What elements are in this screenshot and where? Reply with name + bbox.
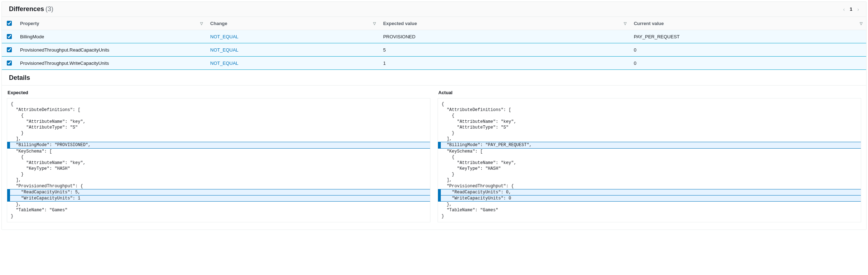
sort-icon: ▽ [624,21,627,25]
col-property[interactable]: Property ▽ [16,17,207,30]
code-line: { [438,101,861,107]
differences-header: Differences (3) ‹ 1 › [2,2,866,17]
row-checkbox[interactable] [7,61,12,66]
highlight-bar [7,196,10,201]
code-text: "WriteCapacityUnits": 0 [441,196,861,201]
code-line: { [438,113,861,119]
highlight-bar [438,189,441,195]
cell-property: BillingMode [16,30,207,43]
code-line: "AttributeName": "key", [7,119,430,125]
actual-code: { "AttributeDefinitions": [ { "Attribute… [438,98,861,222]
code-line-highlight: "ReadCapacityUnits": 0, [438,189,861,196]
cell-change[interactable]: NOT_EQUAL [207,43,380,57]
code-line: { [7,154,430,160]
col-expected-label: Expected value [383,21,417,26]
col-change-label: Change [210,21,227,26]
sort-icon: ▽ [373,21,376,25]
code-line: "AttributeType": "S" [7,125,430,130]
code-line: "KeySchema": [ [7,149,430,154]
select-all-checkbox[interactable] [7,21,12,26]
code-line: "KeyType": "HASH" [7,166,430,172]
differences-title: Differences [9,5,44,13]
code-line-highlight: "WriteCapacityUnits": 1 [7,196,430,202]
expected-panel: Expected { "AttributeDefinitions": [ { "… [7,90,430,222]
details-panels: Expected { "AttributeDefinitions": [ { "… [2,86,866,230]
highlight-bar [7,189,10,195]
code-line: "TableName": "Games" [7,207,430,213]
col-current[interactable]: Current value ▽ [630,17,866,30]
col-change[interactable]: Change ▽ [207,17,380,30]
cell-current: PAY_PER_REQUEST [630,30,866,43]
code-line: "AttributeType": "S" [438,125,861,130]
col-expected[interactable]: Expected value ▽ [380,17,630,30]
code-line: } [438,172,861,177]
table-row[interactable]: ProvisionedThroughput.ReadCapacityUnitsN… [2,43,866,57]
code-line: "AttributeDefinitions": [ [438,107,861,113]
cell-expected: 5 [380,43,630,57]
code-line: "KeyType": "HASH" [438,166,861,172]
row-checkbox[interactable] [7,47,12,52]
code-line: "AttributeName": "key", [438,160,861,166]
highlight-bar [438,142,441,148]
code-line-highlight: "WriteCapacityUnits": 0 [438,196,861,202]
code-line: ], [7,177,430,183]
col-property-label: Property [20,21,39,26]
actual-panel: Actual { "AttributeDefinitions": [ { "At… [438,90,861,222]
differences-container: Differences (3) ‹ 1 › Property ▽ Change … [1,1,867,230]
code-line: { [7,101,430,107]
code-line-highlight: "BillingMode": "PROVISIONED", [7,142,430,148]
details-title: Details [2,70,866,86]
cell-property: ProvisionedThroughput.ReadCapacityUnits [16,43,207,57]
code-line: { [438,154,861,160]
cell-current: 0 [630,43,866,57]
differences-title-wrap: Differences (3) [9,5,53,13]
code-text: "BillingMode": "PROVISIONED", [10,142,430,148]
code-line: "AttributeDefinitions": [ [7,107,430,113]
code-line: "AttributeName": "key", [7,160,430,166]
col-select [2,17,16,30]
cell-expected: 1 [380,57,630,70]
code-line-highlight: "BillingMode": "PAY_PER_REQUEST", [438,142,861,148]
pager-prev-icon[interactable]: ‹ [843,6,845,12]
code-text: "ReadCapacityUnits": 0, [441,189,861,195]
code-line: "ProvisionedThroughput": { [438,183,861,189]
code-line: "ProvisionedThroughput": { [7,183,430,189]
code-line: "KeySchema": [ [438,149,861,154]
cell-change[interactable]: NOT_EQUAL [207,57,380,70]
code-line: }, [438,202,861,207]
expected-label: Expected [7,90,430,95]
code-line: ], [438,136,861,142]
pager-next-icon[interactable]: › [857,6,859,12]
code-line: "AttributeName": "key", [438,119,861,125]
highlight-bar [7,142,10,148]
differences-table: Property ▽ Change ▽ Expected value ▽ Cur… [2,17,866,70]
code-line: "TableName": "Games" [438,207,861,213]
actual-label: Actual [438,90,861,95]
code-text: "BillingMode": "PAY_PER_REQUEST", [441,142,861,148]
differences-count: (3) [45,5,53,13]
table-row[interactable]: BillingModeNOT_EQUALPROVISIONEDPAY_PER_R… [2,30,866,43]
code-line: } [438,130,861,136]
code-line: ], [438,177,861,183]
code-text: "WriteCapacityUnits": 1 [10,196,430,201]
cell-change[interactable]: NOT_EQUAL [207,30,380,43]
code-text: "ReadCapacityUnits": 5, [10,189,430,195]
table-row[interactable]: ProvisionedThroughput.WriteCapacityUnits… [2,57,866,70]
col-current-label: Current value [634,21,664,26]
sort-icon: ▽ [860,21,863,25]
code-line: } [7,213,430,219]
code-line: { [7,113,430,119]
highlight-bar [438,196,441,201]
code-line-highlight: "ReadCapacityUnits": 5, [7,189,430,196]
table-header-row: Property ▽ Change ▽ Expected value ▽ Cur… [2,17,866,30]
code-line: ], [7,136,430,142]
code-line: } [7,172,430,177]
row-checkbox[interactable] [7,34,12,39]
code-line: } [438,213,861,219]
expected-code: { "AttributeDefinitions": [ { "Attribute… [7,98,430,222]
code-line: } [7,130,430,136]
pager-page: 1 [850,6,852,12]
code-line: }, [7,202,430,207]
cell-expected: PROVISIONED [380,30,630,43]
cell-property: ProvisionedThroughput.WriteCapacityUnits [16,57,207,70]
